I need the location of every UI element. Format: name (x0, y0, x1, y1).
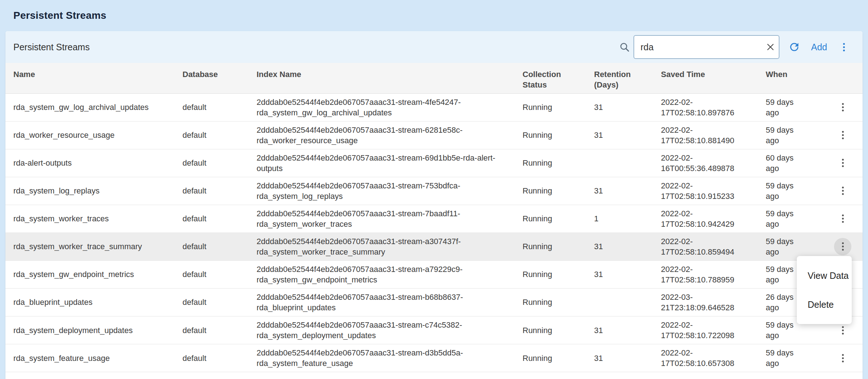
cell-index-name: 2dddab0e52544f4eb2de067057aaac31-stream-… (257, 205, 523, 233)
column-header-when: When (766, 63, 823, 93)
table-row[interactable]: rda_system_gw_log_archival_updates defau… (5, 93, 863, 121)
kebab-dots (842, 218, 844, 220)
cell-name: rda_blueprint_updates (5, 288, 182, 316)
cell-name: rda_system_gw_endpoint_metrics (5, 260, 182, 288)
refresh-icon-glyph (788, 41, 800, 53)
cell-status: Running (523, 205, 594, 233)
column-header-index-name: Index Name (257, 63, 523, 93)
row-menu-icon[interactable] (834, 154, 851, 172)
cell-when: 59 days ago (766, 93, 823, 121)
cell-status: Running (523, 121, 594, 149)
kebab-dots (842, 162, 844, 164)
cell-index-name: 2dddab0e52544f4eb2de067057aaac31-stream-… (257, 93, 523, 121)
cell-saved-time: 2022-02-17T02:58:10.915233 (661, 177, 766, 205)
panel-menu-icon[interactable] (835, 38, 852, 56)
cell-name: rda_system_gw_log_archival_updates (5, 93, 182, 121)
cell-retention: 31 (594, 344, 661, 372)
search-input[interactable] (633, 35, 779, 59)
cell-index-name: 2dddab0e52544f4eb2de067057aaac31-stream-… (257, 177, 523, 205)
cell-database: default (182, 316, 257, 344)
column-header-actions (823, 63, 863, 93)
cell-index-name: 2dddab0e52544f4eb2de067057aaac31-stream-… (257, 316, 523, 344)
cell-saved-time: 2022-02-17T02:58:10.859494 (661, 233, 766, 260)
row-menu-icon[interactable] (834, 321, 851, 339)
table-row[interactable]: rda_system_worker_traces default 2dddab0… (5, 205, 863, 233)
cell-when: 59 days ago (766, 177, 823, 205)
cell-index-name: 2dddab0e52544f4eb2de067057aaac31-stream-… (257, 121, 523, 149)
cell-when: 59 days ago (766, 205, 823, 233)
menu-item-view-data[interactable]: View Data (797, 261, 852, 290)
page-title: Persistent Streams (13, 10, 106, 21)
row-menu-icon[interactable] (834, 238, 851, 255)
column-header-name: Name (5, 63, 182, 93)
table-body: rda_system_gw_log_archival_updates defau… (5, 93, 863, 372)
cell-database: default (182, 344, 257, 372)
table-row[interactable]: rda_system_worker_trace_summary default … (5, 233, 863, 260)
cell-saved-time: 2022-03-21T23:18:09.646528 (661, 288, 766, 316)
table-row[interactable]: rda_blueprint_updates default 2dddab0e52… (5, 288, 863, 316)
table-row[interactable]: rda_worker_resource_usage default 2dddab… (5, 121, 863, 149)
cell-database: default (182, 177, 257, 205)
cell-status: Running (523, 316, 594, 344)
row-menu-icon[interactable] (834, 127, 851, 144)
cell-status: Running (523, 260, 594, 288)
cell-retention: 1 (594, 205, 661, 233)
table-row[interactable]: rda_system_gw_endpoint_metrics default 2… (5, 260, 863, 288)
cell-database: default (182, 233, 257, 260)
cell-status: Running (523, 233, 594, 260)
table-row[interactable]: rda_system_deployment_updates default 2d… (5, 316, 863, 344)
cell-database: default (182, 260, 257, 288)
row-menu-icon[interactable] (834, 99, 851, 116)
cell-database: default (182, 93, 257, 121)
cell-status: Running (523, 344, 594, 372)
cell-retention: 31 (594, 121, 661, 149)
kebab-dots (842, 246, 844, 247)
kebab-dots (842, 190, 844, 192)
cell-retention: 31 (594, 260, 661, 288)
cell-retention: 31 (594, 177, 661, 205)
cell-name: rda-alert-outputs (5, 149, 182, 177)
cell-status: Running (523, 149, 594, 177)
refresh-icon[interactable] (788, 41, 800, 53)
column-header-database: Database (182, 63, 257, 93)
table-row[interactable]: rda-alert-outputs default 2dddab0e52544f… (5, 149, 863, 177)
streams-table: Name Database Index Name Collection Stat… (5, 63, 863, 372)
page-header: Persistent Streams (0, 0, 868, 31)
cell-name: rda_system_deployment_updates (5, 316, 182, 344)
table-row[interactable]: rda_system_feature_usage default 2dddab0… (5, 344, 863, 372)
panel-actions: Add (619, 35, 852, 59)
kebab-dots (842, 106, 844, 108)
cell-database: default (182, 288, 257, 316)
cell-retention: 31 (594, 316, 661, 344)
menu-item-delete[interactable]: Delete (797, 290, 852, 319)
cell-index-name: 2dddab0e52544f4eb2de067057aaac31-stream-… (257, 149, 523, 177)
cell-retention (594, 288, 661, 316)
cell-database: default (182, 121, 257, 149)
search-box (633, 35, 779, 59)
cell-saved-time: 2022-02-16T00:55:36.489878 (661, 149, 766, 177)
row-menu-icon[interactable] (834, 210, 851, 227)
kebab-dots (842, 329, 844, 331)
cell-when: 59 days ago (766, 121, 823, 149)
cell-name: rda_system_worker_trace_summary (5, 233, 182, 260)
search-icon[interactable] (619, 42, 630, 52)
search-icon-glyph (619, 42, 630, 52)
cell-database: default (182, 149, 257, 177)
cell-status: Running (523, 93, 594, 121)
clear-search-icon[interactable] (766, 42, 775, 52)
row-menu-icon[interactable] (834, 182, 851, 200)
cell-index-name: 2dddab0e52544f4eb2de067057aaac31-stream-… (257, 260, 523, 288)
row-menu-icon[interactable] (834, 349, 851, 367)
row-context-menu: View Data Delete (797, 256, 852, 324)
column-header-retention: Retention (Days) (594, 63, 661, 93)
table-row[interactable]: rda_system_log_replays default 2dddab0e5… (5, 177, 863, 205)
panel-header: Persistent Streams (5, 31, 863, 63)
add-button[interactable]: Add (811, 42, 827, 52)
cell-name: rda_system_worker_traces (5, 205, 182, 233)
kebab-dots (842, 357, 844, 359)
cell-saved-time: 2022-02-17T02:58:10.788959 (661, 260, 766, 288)
cell-index-name: 2dddab0e52544f4eb2de067057aaac31-stream-… (257, 288, 523, 316)
cell-index-name: 2dddab0e52544f4eb2de067057aaac31-stream-… (257, 344, 523, 372)
cell-saved-time: 2022-02-17T02:58:10.657308 (661, 344, 766, 372)
cell-database: default (182, 205, 257, 233)
